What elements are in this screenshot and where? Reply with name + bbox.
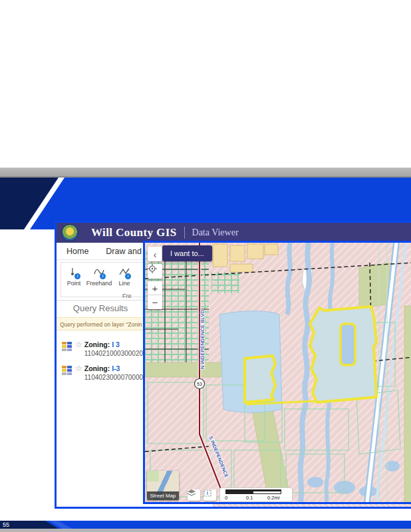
basemap-label: Street Map xyxy=(147,491,179,500)
tab-home[interactable]: Home xyxy=(67,247,88,256)
map-inset-screenshot: 53 N INDEPENDENCE BLVD S INDEPENDENCE ‹ … xyxy=(143,241,411,504)
list-item-zoning-result-2[interactable]: ☆ Zoning: I-3 1104023000070000 xyxy=(62,364,144,382)
info-icon[interactable]: i xyxy=(100,273,106,279)
extent-icon xyxy=(204,489,211,497)
scale-end: 0.2mi xyxy=(267,495,279,501)
freehand-tool-button[interactable]: i Freehand xyxy=(86,267,112,287)
basemap-thumbnail xyxy=(147,471,159,481)
feature-grid-icon xyxy=(62,342,72,351)
locate-icon xyxy=(148,264,157,273)
scale-middle: 0.1 xyxy=(246,495,253,501)
chevron-left-icon: ‹ xyxy=(154,249,157,260)
plus-icon: + xyxy=(152,283,158,294)
minus-icon: − xyxy=(152,297,158,308)
star-icon[interactable]: ☆ xyxy=(75,364,82,373)
app-subtitle: Data Viewer xyxy=(192,227,239,238)
scale-bar: 0 0.1 0.2mi xyxy=(219,487,293,502)
zoom-in-button[interactable]: + xyxy=(148,281,162,295)
app-header: Will County GIS Data Viewer xyxy=(57,223,411,243)
ribbon-clipped-text: Fre xyxy=(122,293,132,299)
map-extent-button[interactable] xyxy=(204,489,216,501)
zoning-value-link[interactable]: I-3 xyxy=(112,364,120,372)
zoning-field-label: Zoning: xyxy=(84,364,110,372)
zoning-value-link[interactable]: I 3 xyxy=(112,340,120,348)
info-icon[interactable]: i xyxy=(125,273,131,279)
i-want-to-button[interactable]: I want to... xyxy=(162,245,212,261)
app-title: Will County GIS xyxy=(91,226,177,239)
zoom-out-button[interactable]: − xyxy=(148,295,162,309)
road-label-north: N INDEPENDENCE BLVD xyxy=(200,309,206,369)
slide-page-number: 55 xyxy=(3,521,9,528)
header-divider xyxy=(184,227,185,239)
slide-footer-bar xyxy=(0,521,411,529)
will-county-seal-logo xyxy=(61,224,78,241)
info-icon[interactable]: i xyxy=(74,273,80,279)
point-tool-button[interactable]: i Point xyxy=(61,267,86,287)
slide-bottom-gray-bar xyxy=(0,529,411,532)
slide-top-gray-bar xyxy=(0,168,411,178)
parcel-id: 1104023000070000 xyxy=(84,374,143,381)
star-icon[interactable]: ☆ xyxy=(75,340,82,349)
basemap-selector-button[interactable]: Street Map xyxy=(147,471,179,500)
route-shield-number: 53 xyxy=(197,382,202,386)
list-item-zoning-result-1[interactable]: ☆ Zoning: I 3 1104021000300020 xyxy=(62,340,144,358)
zoning-field-label: Zoning: xyxy=(84,340,110,348)
collapse-panel-button[interactable]: ‹ xyxy=(148,247,162,261)
find-my-location-button[interactable] xyxy=(148,264,162,279)
line-tool-button[interactable]: i Line xyxy=(112,267,137,287)
query-notice-banner: Query performed on layer "Zonin xyxy=(57,317,145,331)
parcel-id: 1104021000300020 xyxy=(84,350,143,357)
layers-icon xyxy=(188,489,196,497)
scale-start: 0 xyxy=(225,495,227,501)
layers-toggle-button[interactable] xyxy=(188,489,200,501)
feature-grid-icon xyxy=(62,366,72,375)
query-results-title: Query Results xyxy=(57,303,144,313)
map-canvas[interactable]: 53 N INDEPENDENCE BLVD S INDEPENDENCE xyxy=(145,243,411,502)
